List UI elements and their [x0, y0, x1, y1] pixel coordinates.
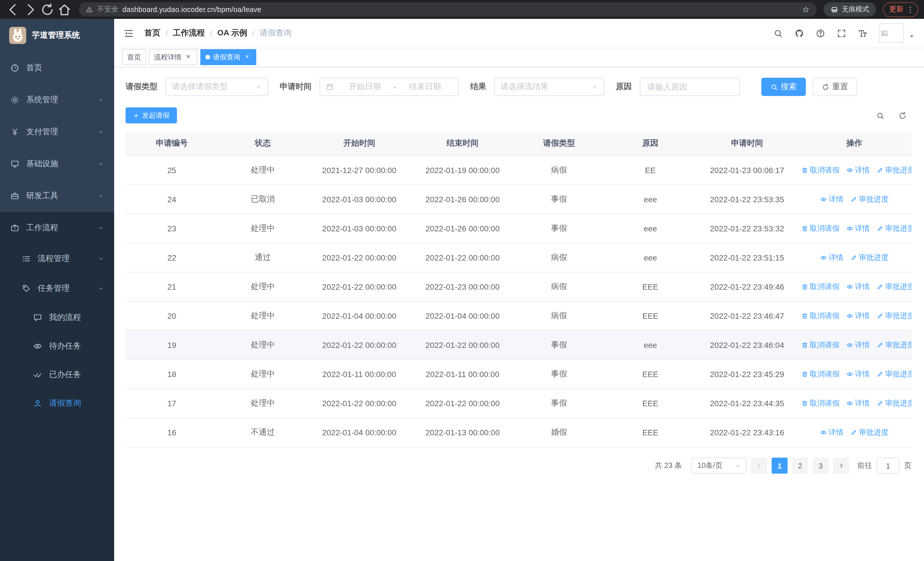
end-date-placeholder[interactable]: 结束日期	[398, 82, 453, 92]
table-refresh-icon[interactable]	[898, 111, 907, 120]
security-warning-label[interactable]: 不安全	[97, 5, 118, 14]
apply-id-cell: 19	[126, 331, 218, 359]
sidebar-toggle-icon[interactable]	[123, 28, 134, 39]
browser-reload-icon[interactable]	[40, 2, 55, 17]
sidebar-item-task-mgmt[interactable]: 任务管理	[0, 274, 114, 303]
result-select[interactable]: 请选择流结果	[494, 78, 604, 96]
page-button-3[interactable]: 3	[813, 457, 829, 474]
progress-link[interactable]: 审批进度	[850, 194, 889, 205]
sidebar-item-payment-mgmt[interactable]: 支付管理	[0, 116, 114, 148]
user-avatar[interactable]	[879, 23, 904, 43]
cancel-link[interactable]: 取消请假	[801, 340, 840, 350]
detail-link[interactable]: 详情	[846, 165, 870, 175]
browser-forward-icon[interactable]	[23, 2, 38, 17]
page-size-select[interactable]: 10条/页	[691, 457, 747, 474]
detail-link[interactable]: 详情	[846, 282, 870, 292]
help-icon[interactable]	[816, 28, 825, 38]
sidebar-item-todo-tasks[interactable]: 待办任务	[0, 332, 114, 361]
apply-id-cell: 20	[126, 301, 218, 331]
detail-link[interactable]: 详情	[846, 223, 870, 234]
browser-menu-icon[interactable]	[906, 5, 914, 14]
progress-link[interactable]: 审批进度	[850, 253, 889, 263]
breadcrumb-item[interactable]: OA 示例	[218, 28, 248, 38]
detail-link[interactable]: 详情	[820, 253, 843, 263]
end-time-cell: 2022-01-04 00:00:00	[411, 301, 514, 331]
table-row-21: 21处理中2022-01-22 00:00:002022-01-23 00:00…	[126, 272, 912, 301]
reason-input[interactable]	[640, 78, 740, 96]
cancel-link[interactable]: 取消请假	[801, 369, 840, 379]
progress-link[interactable]: 审批进度	[877, 340, 912, 350]
detail-link[interactable]: 详情	[846, 311, 870, 321]
apply-time-field: 申请时间 开始日期 - 结束日期	[280, 78, 459, 96]
progress-link[interactable]: 审批进度	[850, 427, 889, 438]
progress-link[interactable]: 审批进度	[877, 398, 912, 409]
avatar-caret-icon[interactable]	[909, 33, 915, 39]
chevron-down-icon	[591, 83, 598, 90]
goto-page-input[interactable]	[877, 457, 900, 474]
tab-home[interactable]: 首页	[122, 49, 146, 65]
progress-link[interactable]: 审批进度	[877, 369, 912, 379]
sidebar-item-my-process[interactable]: 我的流程	[0, 303, 114, 332]
sidebar-item-home[interactable]: 首页	[0, 52, 114, 84]
cancel-link[interactable]: 取消请假	[801, 311, 840, 321]
start-date-placeholder[interactable]: 开始日期	[337, 82, 392, 92]
tab-close-icon[interactable]: ×	[184, 53, 192, 61]
eye-icon	[33, 341, 42, 351]
detail-link[interactable]: 详情	[846, 398, 870, 409]
status-cell: 处理中	[218, 389, 308, 418]
browser-home-icon[interactable]	[57, 2, 72, 17]
sidebar-item-system-mgmt[interactable]: 系统管理	[0, 84, 114, 116]
progress-link[interactable]: 审批进度	[877, 311, 912, 321]
address-bar[interactable]: 不安全 dashboard.yudao.iocoder.cn/bpm/oa/le…	[79, 2, 817, 17]
page-button-2[interactable]: 2	[792, 457, 808, 474]
end-time-cell: 2022-01-11 00:00:00	[411, 359, 514, 389]
fullscreen-icon[interactable]	[837, 28, 846, 38]
cancel-link[interactable]: 取消请假	[801, 223, 840, 234]
breadcrumb-item[interactable]: 工作流程	[173, 28, 205, 38]
cancel-link[interactable]: 取消请假	[801, 165, 840, 175]
cancel-link[interactable]: 取消请假	[801, 282, 840, 292]
column-header-4: 请假类型	[514, 131, 604, 156]
github-icon[interactable]	[795, 28, 804, 38]
search-button[interactable]: 搜索	[761, 78, 806, 96]
browser-update-button[interactable]: 更新	[883, 2, 918, 17]
next-page-button[interactable]	[833, 457, 849, 474]
tab-close-icon[interactable]: ×	[243, 53, 251, 61]
sidebar-item-dev-tools[interactable]: 研发工具	[0, 180, 114, 212]
detail-link[interactable]: 详情	[846, 340, 870, 350]
chevron-left-icon	[756, 462, 762, 469]
progress-link[interactable]: 审批进度	[877, 223, 912, 234]
header-search-icon[interactable]	[773, 28, 783, 38]
progress-link[interactable]: 审批进度	[877, 165, 912, 175]
prev-page-button[interactable]	[751, 457, 767, 474]
create-leave-button[interactable]: 发起请假	[126, 107, 177, 123]
detail-link[interactable]: 详情	[846, 369, 870, 379]
reason-cell: EE	[604, 156, 697, 185]
font-size-icon[interactable]	[858, 28, 867, 38]
reset-button[interactable]: 重置	[813, 78, 857, 96]
tab-leave-query[interactable]: 请假查询×	[200, 49, 256, 65]
chevron-down-icon	[98, 256, 104, 262]
detail-link[interactable]: 详情	[820, 427, 843, 438]
bookmark-star-icon[interactable]	[802, 5, 810, 14]
progress-link[interactable]: 审批进度	[877, 282, 912, 292]
cancel-link[interactable]: 取消请假	[801, 398, 840, 409]
apply-time-range-picker[interactable]: 开始日期 - 结束日期	[320, 78, 459, 96]
sidebar-item-done-tasks[interactable]: 已办任务	[0, 361, 114, 389]
browser-back-icon[interactable]	[6, 2, 21, 17]
sidebar-item-label: 支付管理	[26, 127, 58, 137]
sidebar-item-leave-query[interactable]: 请假查询	[0, 389, 114, 418]
leave-table: 申请编号状态开始时间结束时间请假类型原因申请时间操作 25处理中2021-12-…	[126, 131, 912, 447]
sidebar-item-process-mgmt[interactable]: 流程管理	[0, 244, 114, 274]
breadcrumb-item[interactable]: 首页	[144, 28, 160, 38]
tab-process-detail[interactable]: 流程详情×	[149, 49, 198, 65]
table-search-toggle-icon[interactable]	[876, 111, 885, 120]
url-text[interactable]: dashboard.yudao.iocoder.cn/bpm/oa/leave	[122, 5, 261, 14]
app-logo[interactable]: 芋道管理系统	[0, 19, 114, 52]
page-button-1[interactable]: 1	[772, 457, 788, 474]
detail-link[interactable]: 详情	[820, 194, 843, 205]
leave-type-select[interactable]: 请选择请假类型	[165, 78, 268, 96]
sidebar-item-workflow[interactable]: 工作流程	[0, 212, 114, 244]
sidebar-item-infrastructure[interactable]: 基础设施	[0, 148, 114, 180]
breadcrumb-item: 请假查询	[260, 28, 292, 38]
